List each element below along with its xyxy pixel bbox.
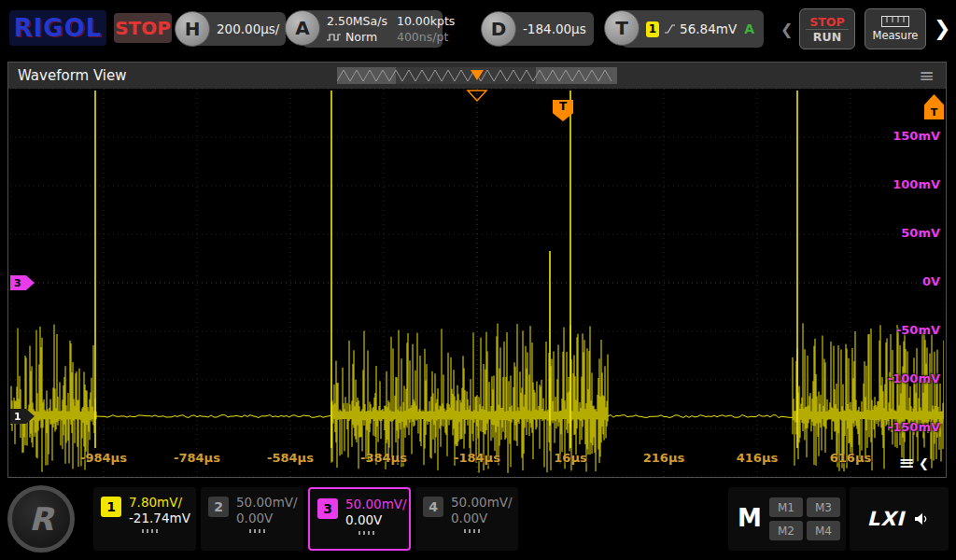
time-label: 616µs [830,451,871,465]
time-label: -184µs [454,451,500,465]
channel2-offset: 0.00V [236,511,298,526]
toolbar-chevron-right-icon[interactable]: ❯ [934,17,950,40]
time-label: -384µs [360,451,407,465]
trigger-level-value: 56.84mV [680,21,737,36]
channel1-badge: 1 [101,497,121,517]
channel1-box[interactable]: 1 7.80mV/ -21.74mV [93,487,196,551]
acquire-mode: Norm [345,30,377,44]
channel3-offset: 0.00V [345,512,407,528]
channel1-waveform [10,91,944,473]
waveform-view-title: Waveform View [18,63,127,89]
memory-depth: 10.00kpts [397,14,455,28]
channel4-box[interactable]: 4 50.00mV/ 0.00V [415,487,518,551]
hamburger-menu-icon[interactable]: ≡ [919,63,935,89]
channel3-scale: 50.00mV/ [345,497,407,512]
voltage-label: -150mV [888,420,940,434]
trigger-source-badge: 1 [646,21,659,37]
sample-resolution: 400ns/pt [397,30,455,44]
channel3-coupling-icon [358,531,375,535]
time-label: 416µs [737,451,778,465]
rigol-emblem-letter: R [29,500,53,538]
channel4-badge: 4 [423,497,443,517]
time-label: -784µs [174,451,220,465]
channel2-box[interactable]: 2 50.00mV/ 0.00V [201,487,303,551]
graticule: 3 1 T T ≡ ❮ 150mV100mV50mV0V-50mV-100mV-… [10,89,944,477]
voltage-label: 50mV [901,226,940,240]
waveform-view-header: Waveform View ≡ [8,63,946,89]
rigol-emblem[interactable]: R [7,485,75,553]
acquire-button[interactable]: A [285,10,320,46]
channel1-scale: 7.80mV/ [129,495,190,511]
speaker-icon[interactable] [914,512,931,525]
ruler-icon [881,16,909,27]
time-label: -584µs [267,451,314,465]
trigger-button[interactable]: T [604,10,640,46]
math2-button[interactable]: M2 [769,521,803,540]
horizontal-button[interactable]: H [175,11,210,47]
channel2-badge: 2 [208,497,229,517]
channel4-scale: 50.00mV/ [451,495,513,511]
channel3-box[interactable]: 3 50.00mV/ 0.00V [308,487,411,551]
channel1-coupling-icon [142,529,159,533]
stop-label: STOP [806,15,849,29]
trigger-info[interactable]: 1 56.84mV A [622,10,764,48]
math1-button[interactable]: M1 [769,497,803,517]
lxi-panel: LXI [850,487,949,551]
acquisition-status: STOP [114,13,172,43]
math-label: M [738,504,762,532]
channel4-offset: 0.00V [451,511,513,526]
trigger-sweep-mode: A [737,21,754,36]
voltage-label: 0V [922,274,940,288]
run-label: RUN [806,29,849,44]
toolbar-chevron-left-icon[interactable]: ❮ [780,21,793,38]
voltage-label: 100mV [893,177,940,191]
rigol-logo: RIGOL [9,10,106,46]
acquire-info[interactable]: 2.50MSa/s Norm 10.00kpts 400ns/pt [302,10,443,48]
channel3-badge: 3 [317,498,338,519]
voltage-label: 150mV [893,129,940,143]
channel4-coupling-icon [464,529,481,533]
stop-run-button[interactable]: STOP RUN [799,8,855,49]
channel2-scale: 50.00mV/ [236,495,298,511]
measure-button[interactable]: Measure [865,8,926,49]
delay-value: -184.00µs [523,21,586,36]
lxi-logo: LXI [867,508,905,530]
math-panel: M M1 M3 M2 M4 [728,487,846,551]
math4-button[interactable]: M4 [807,521,840,540]
sample-rate: 2.50MSa/s [327,14,387,28]
channel2-coupling-icon [249,529,266,533]
voltage-label: -50mV [896,323,940,337]
voltage-label: -100mV [888,371,940,385]
graticule-decorations [468,91,486,101]
delay-button[interactable]: D [481,11,516,47]
time-label: -984µs [80,451,127,465]
measure-label: Measure [873,29,919,42]
menu-open-arrow-icon: ❮ [919,456,929,470]
time-label: 16µs [554,451,586,465]
oscilloscope-screen: RIGOL STOP H 200.00µs/ A 2.50MSa/s Norm … [0,0,956,560]
waveform-view-panel: Waveform View ≡ 3 1 T T ≡ ❮ 150mV100mV50… [7,62,947,478]
menu-lines-icon: ≡ [898,455,915,471]
channel1-offset: -21.74mV [129,511,190,526]
horizontal-position-strip[interactable] [337,67,617,84]
time-label: 216µs [643,451,684,465]
collapsed-menu-tab[interactable]: ≡ ❮ [898,455,929,471]
rising-edge-icon [665,22,675,35]
horizontal-scale-value: 200.00µs/ [217,21,279,36]
pulse-icon [327,33,342,42]
math3-button[interactable]: M3 [807,497,840,517]
